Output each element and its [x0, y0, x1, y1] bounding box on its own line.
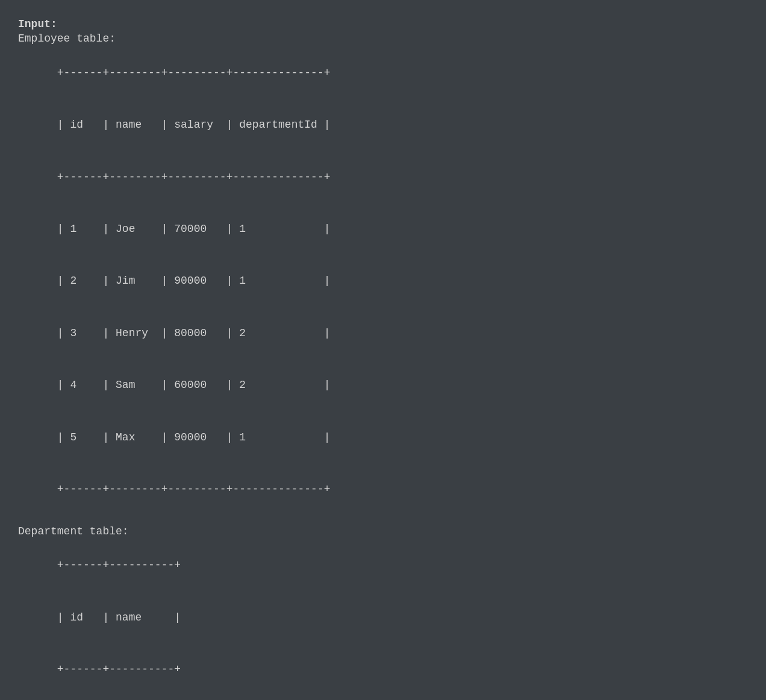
- employee-row-1: | 1 | Joe | 70000 | 1 |: [57, 223, 331, 235]
- employee-border-bottom: +------+--------+---------+-------------…: [57, 483, 331, 495]
- employee-border-mid: +------+--------+---------+-------------…: [57, 171, 331, 183]
- dept-header: | id | name |: [57, 611, 181, 623]
- input-label: Input:: [18, 18, 741, 30]
- employee-row-3: | 3 | Henry | 80000 | 2 |: [57, 327, 331, 339]
- employee-row-5: | 5 | Max | 90000 | 1 |: [57, 431, 331, 443]
- dept-border-top: +------+----------+: [57, 559, 181, 571]
- department-table: +------+----------+ | id | name | +-----…: [18, 540, 741, 700]
- main-content: Input: Employee table: +------+--------+…: [18, 18, 741, 700]
- dept-border-mid: +------+----------+: [57, 663, 181, 675]
- input-section: Input: Employee table: +------+--------+…: [18, 18, 741, 700]
- employee-row-4: | 4 | Sam | 60000 | 2 |: [57, 379, 331, 391]
- employee-row-2: | 2 | Jim | 90000 | 1 |: [57, 275, 331, 287]
- employee-table: +------+--------+---------+-------------…: [18, 47, 741, 516]
- employee-border-top: +------+--------+---------+-------------…: [57, 67, 331, 79]
- employee-header: | id | name | salary | departmentId |: [57, 119, 331, 131]
- department-table-label: Department table:: [18, 525, 741, 537]
- employee-table-label: Employee table:: [18, 33, 741, 45]
